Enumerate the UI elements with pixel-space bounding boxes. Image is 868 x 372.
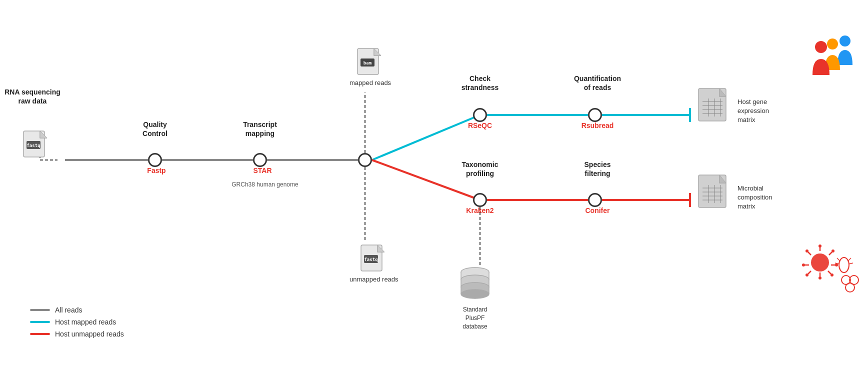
svg-line-75 [808, 252, 811, 255]
svg-point-60 [811, 254, 829, 272]
node-split [358, 153, 372, 167]
svg-point-68 [830, 274, 834, 276]
legend-label-all-reads: All reads [55, 306, 82, 314]
node-mapping [253, 153, 267, 167]
mapping-tool: STAR [245, 166, 280, 175]
legend: All reads Host mapped reads Host unmappe… [30, 306, 124, 342]
svg-text:fastq: fastq [364, 257, 378, 262]
node-quantification [588, 108, 602, 122]
species-filter-label: Speciesfiltering [555, 160, 640, 178]
genome-ref: GRCh38 human genome [205, 181, 325, 189]
fastq-unmapped-icon: fastq unmapped reads [350, 244, 398, 283]
unmapped-reads-label: unmapped reads [350, 276, 398, 283]
legend-label-host-unmapped: Host unmapped reads [55, 330, 124, 338]
quant-label: Quantificationof reads [550, 74, 645, 92]
svg-point-76 [806, 250, 808, 252]
legend-all-reads: All reads [30, 306, 124, 314]
legend-label-host-mapped: Host mapped reads [55, 318, 116, 326]
node-species-filtering [588, 193, 602, 207]
svg-point-62 [818, 244, 822, 248]
svg-text:fastq: fastq [26, 143, 40, 148]
svg-point-44 [840, 36, 850, 46]
rsubread-tool: Rsubread [565, 121, 630, 130]
svg-point-59 [461, 290, 489, 298]
legend-line-cyan [30, 321, 50, 323]
svg-point-79 [846, 283, 854, 292]
svg-line-67 [828, 271, 831, 274]
fastq-input-icon: fastq [22, 130, 50, 160]
legend-line-gray [30, 309, 50, 311]
people-icon [800, 30, 860, 87]
microbial-matrix-icon [698, 174, 732, 212]
pipeline-diagram: fastq RNA sequencingraw data QualityCont… [0, 0, 868, 372]
legend-line-red [30, 333, 50, 335]
svg-point-64 [832, 250, 834, 252]
check-strandness-label: Checkstrandness [440, 74, 520, 92]
svg-text:bam: bam [364, 60, 372, 66]
svg-point-70 [818, 276, 822, 280]
svg-line-81 [837, 258, 840, 261]
database-icon: StandardPlusPFdatabase [455, 265, 495, 330]
tax-profiling-label: Taxonomicprofiling [440, 160, 520, 178]
svg-point-45 [827, 38, 838, 50]
microbe-icon [800, 240, 865, 307]
kraken2-tool: Kraken2 [452, 206, 508, 215]
microbial-matrix-label: Microbialcompositionmatrix [738, 184, 772, 212]
svg-line-63 [829, 252, 832, 255]
svg-line-71 [808, 271, 811, 274]
qc-label: QualityControl [120, 120, 190, 138]
raw-data-label: RNA sequencingraw data [0, 88, 65, 106]
svg-line-83 [848, 258, 851, 261]
legend-host-unmapped: Host unmapped reads [30, 330, 124, 338]
svg-point-46 [815, 41, 827, 53]
svg-point-72 [806, 274, 808, 276]
node-qc [148, 153, 162, 167]
legend-host-mapped: Host mapped reads [30, 318, 124, 326]
svg-line-84 [849, 263, 853, 264]
host-matrix-label: Host geneexpressionmatrix [738, 98, 769, 125]
node-check-strandness [473, 108, 487, 122]
mapping-label: Transcriptmapping [220, 120, 300, 138]
rseqc-tool: RSeQC [452, 121, 508, 130]
conifer-tool: Conifer [570, 206, 625, 215]
qc-tool: Fastp [134, 166, 179, 175]
host-matrix-icon [698, 88, 732, 126]
svg-point-80 [839, 258, 849, 272]
bam-icon: bam mapped reads [350, 48, 391, 86]
node-tax-profiling [473, 193, 487, 207]
svg-point-74 [802, 264, 805, 266]
